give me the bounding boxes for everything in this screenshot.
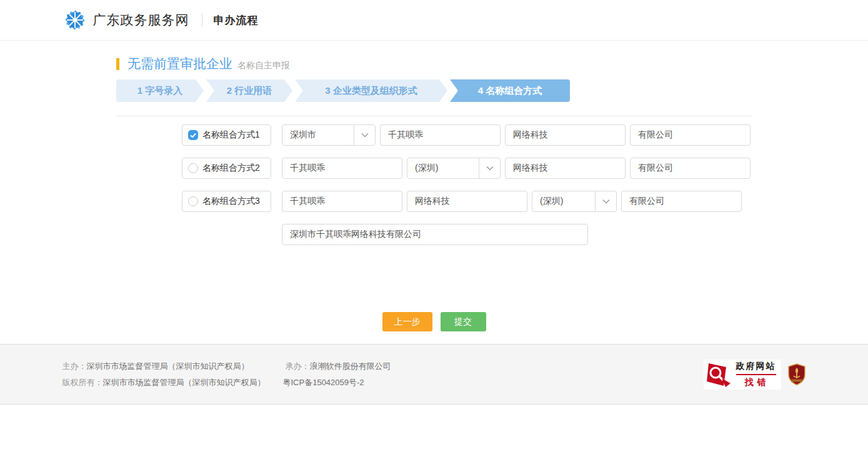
option-combination-3[interactable]: 名称组合方式3 (182, 191, 271, 212)
footer-text: 主办：深圳市市场监督管理局（深圳市知识产权局）承办：浪潮软件股份有限公司 版权所… (62, 356, 391, 393)
header: 广东政务服务网 申办流程 (0, 0, 868, 41)
section-title: 申办流程 (214, 13, 259, 28)
full-name-preview-row (282, 224, 752, 245)
select-value: 深圳市 (282, 125, 354, 145)
step-progress-bar: 1 字号录入 2 行业用语 3 企业类型及组织形式 4 名称组合方式 (116, 79, 752, 102)
industry-input[interactable] (505, 124, 626, 146)
error-badge-text: 政府网站 找错 (736, 361, 776, 388)
page-subtitle: 名称自主申报 (237, 57, 290, 71)
option-label: 名称组合方式2 (202, 163, 260, 174)
footer: 主办：深圳市市场监督管理局（深圳市知识产权局）承办：浪潮软件股份有限公司 版权所… (0, 344, 868, 405)
error-badge-bottom-label: 找错 (736, 375, 776, 388)
credibility-shield-badge-icon[interactable] (787, 363, 806, 386)
magnifier-flag-icon (705, 361, 732, 388)
page-title: 无需前置审批企业 (127, 55, 232, 73)
chevron-down-icon (354, 125, 375, 145)
step-2[interactable]: 2 行业用语 (206, 79, 292, 102)
step-1[interactable]: 1 字号录入 (116, 79, 204, 102)
select-value: (深圳) (532, 191, 595, 211)
gov-site-error-report-badge[interactable]: 政府网站 找错 (704, 360, 781, 390)
combination-row-3: 名称组合方式3 (深圳) (182, 191, 752, 212)
sponsor-label: 主办： (62, 361, 87, 371)
header-divider (202, 13, 202, 27)
chevron-down-icon (595, 191, 616, 211)
copyright-value: 深圳市市场监督管理局（深圳市知识产权局） (103, 378, 266, 387)
action-buttons: 上一步 提交 (116, 312, 752, 331)
combination-row-2: 名称组合方式2 (深圳) (182, 158, 752, 179)
checkbox-checked-icon[interactable] (188, 130, 198, 140)
option-label: 名称组合方式3 (202, 196, 260, 207)
error-badge-top-label: 政府网站 (736, 361, 776, 375)
step-4-active[interactable]: 4 名称组合方式 (450, 79, 570, 102)
page-bottom-whitespace (0, 405, 868, 466)
region-select[interactable]: (深圳) (532, 191, 617, 212)
trade-name-input[interactable] (282, 191, 402, 212)
footer-line-1: 主办：深圳市市场监督管理局（深圳市知识产权局）承办：浪潮软件股份有限公司 (62, 361, 391, 372)
page-title-row: 无需前置审批企业 名称自主申报 (116, 55, 752, 73)
submit-button[interactable]: 提交 (441, 312, 486, 331)
region-select[interactable]: (深圳) (407, 158, 501, 179)
icp-number: 粤ICP备15042059号-2 (283, 378, 364, 387)
title-accent-bar (116, 58, 119, 70)
undertaker-value: 浪潮软件股份有限公司 (310, 361, 391, 371)
copyright-label: 版权所有： (62, 378, 103, 387)
brand-title: 广东政务服务网 (93, 11, 189, 29)
option-label: 名称组合方式1 (202, 129, 260, 141)
step-3[interactable]: 3 企业类型及组织形式 (295, 79, 447, 102)
footer-line-2: 版权所有：深圳市市场监督管理局（深圳市知识产权局）粤ICP备15042059号-… (62, 377, 391, 388)
footer-badges: 政府网站 找错 (704, 360, 806, 390)
gdzwfw-logo-icon (62, 8, 87, 33)
undertaker-label: 承办： (286, 361, 310, 371)
option-combination-1[interactable]: 名称组合方式1 (182, 124, 271, 146)
trade-name-input[interactable] (380, 124, 501, 146)
radio-unchecked-icon[interactable] (188, 196, 198, 206)
org-form-input[interactable] (630, 158, 751, 179)
industry-input[interactable] (505, 158, 626, 179)
name-combination-form: 名称组合方式1 深圳市 名称组合方式2 (深圳) (116, 116, 752, 331)
sponsor-value: 深圳市市场监督管理局（深圳市知识产权局） (87, 361, 249, 371)
radio-unchecked-icon[interactable] (188, 163, 198, 173)
org-form-input[interactable] (621, 191, 742, 212)
main-content: 无需前置审批企业 名称自主申报 1 字号录入 2 行业用语 3 企业类型及组织形… (116, 55, 752, 331)
option-combination-2[interactable]: 名称组合方式2 (182, 158, 271, 179)
region-select[interactable]: 深圳市 (282, 124, 376, 146)
org-form-input[interactable] (630, 124, 751, 146)
select-value: (深圳) (407, 158, 479, 178)
chevron-down-icon (479, 158, 500, 178)
trade-name-input[interactable] (282, 158, 402, 179)
full-name-preview-input[interactable] (282, 224, 588, 245)
industry-input[interactable] (407, 191, 527, 212)
previous-step-button[interactable]: 上一步 (382, 312, 432, 331)
combination-row-1: 名称组合方式1 深圳市 (182, 124, 752, 146)
